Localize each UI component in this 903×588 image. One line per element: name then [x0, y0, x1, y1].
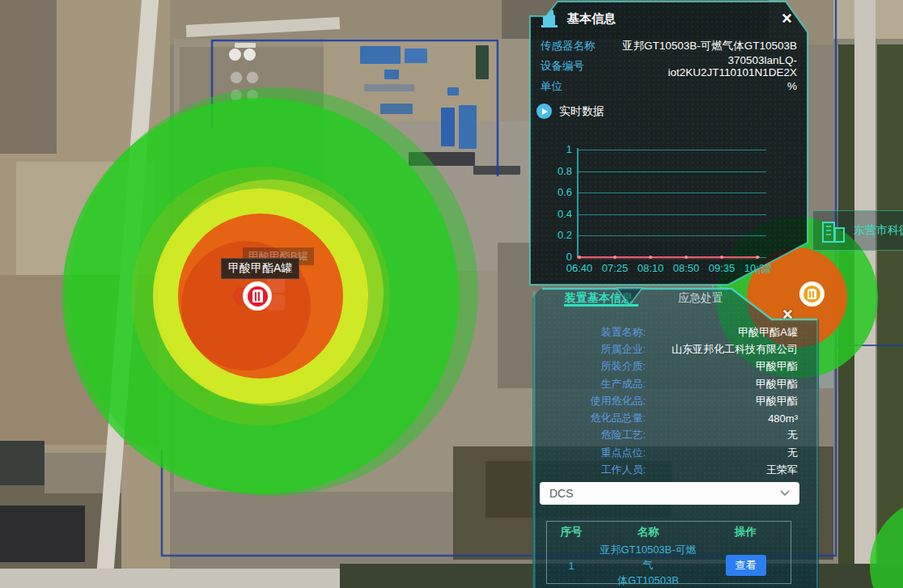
gridline: [577, 235, 766, 236]
satellite-map[interactable]: 甲酸甲酯B罐 甲酸甲酯A罐 甲醇储罐 东营市科德化: [0, 0, 903, 588]
row-number: 1: [547, 560, 596, 572]
device-field-row: 工作人员:王荣军: [532, 461, 808, 478]
row-actions: 查看: [701, 555, 791, 576]
x-axis-tick-label: 08:10: [632, 262, 669, 274]
tank-right-marker-icon[interactable]: [799, 281, 825, 307]
field-label: 所装介质:: [542, 359, 646, 374]
field-value: 亚邦GT10503B-可燃气体GT10503B: [618, 39, 797, 53]
field-value: 370503lanLQ-iot2KU2JT110101N1DE2X: [618, 54, 797, 78]
series-point: [613, 256, 617, 259]
field-label: 重点点位:: [542, 446, 646, 460]
dcs-dropdown[interactable]: DCS: [540, 482, 799, 505]
device-info-panel: 装置基本信息应急处置 装置名称:甲酸甲酯A罐所属企业:山东亚邦化工科技有限公司所…: [532, 286, 819, 588]
field-value: 甲酸甲酯: [646, 394, 798, 408]
field-value: 王荣军: [646, 463, 798, 477]
sensor-name: 亚邦GT10503B-可燃气体GT10503B: [596, 543, 701, 588]
y-axis-tick-label: 0.8: [545, 165, 572, 177]
series-point: [578, 256, 581, 259]
device-field-row: 重点点位:无: [532, 444, 808, 461]
device-field-row: 装置名称:甲酸甲酯A罐: [532, 324, 808, 341]
field-value: 甲酸甲酯: [646, 377, 798, 391]
x-axis-tick-label: 09:35: [703, 262, 740, 274]
y-axis-tick-label: 0.4: [545, 208, 572, 220]
basic-info-panel: 基本信息 传感器名称亚邦GT10503B-可燃气体GT10503B设备编号370…: [530, 0, 808, 285]
y-axis-tick-label: 0: [545, 251, 572, 263]
basic-info-header: 基本信息: [540, 8, 616, 29]
series-point: [685, 256, 688, 259]
device-field-row: 危险工艺:无: [532, 427, 808, 444]
field-label: 单位: [541, 79, 618, 94]
device-field-row: 生产成品:甲酸甲酯: [532, 375, 808, 392]
series-point: [649, 256, 652, 259]
field-label: 传感器名称: [541, 39, 618, 53]
device-field-row: 危化品总量:480m³: [532, 409, 808, 426]
device-info-close-icon[interactable]: ×: [782, 307, 793, 322]
device-field-row: 所属企业:山东亚邦化工科技有限公司: [532, 341, 808, 357]
dcs-dropdown-value: DCS: [549, 487, 574, 500]
field-label: 危险工艺:: [542, 428, 646, 442]
panel-title: 基本信息: [567, 11, 616, 27]
field-label: 所属企业:: [542, 342, 646, 357]
field-label: 生产成品:: [542, 377, 646, 391]
y-axis-line: [577, 148, 579, 257]
tab-device-info[interactable]: 装置基本信息: [565, 291, 633, 306]
field-value: %: [618, 80, 797, 92]
gridline: [577, 214, 766, 215]
field-value: 480m³: [646, 412, 798, 425]
device-field-row: 所装介质:甲酸甲酯: [532, 358, 808, 375]
tank-glyph-icon: [252, 290, 263, 302]
realtime-title: 实时数据: [559, 104, 604, 119]
x-axis-tick-label: 06:40: [561, 262, 598, 274]
column-header: 名称: [596, 524, 701, 540]
view-button[interactable]: 查看: [726, 555, 766, 576]
field-label: 装置名称:: [542, 325, 646, 340]
company-label-text: 东营市科德化: [854, 223, 903, 238]
series-point: [756, 256, 759, 259]
realtime-data-header: 实时数据: [536, 104, 604, 119]
x-axis-tick-label: 08:50: [668, 262, 705, 274]
column-header: 序号: [547, 525, 596, 539]
field-value: 甲酸甲酯: [646, 359, 798, 374]
field-label: 工作人员:: [542, 463, 646, 477]
sensor-table: 序号名称操作 1亚邦GT10503B-可燃气体GT10503B查看: [546, 521, 791, 584]
y-axis-tick-label: 0.2: [545, 229, 572, 241]
field-value: 甲酸甲酯A罐: [646, 325, 798, 340]
chevron-down-icon: [780, 490, 790, 497]
basic-info-close-icon[interactable]: ×: [782, 11, 792, 26]
basic-info-fields: 传感器名称亚邦GT10503B-可燃气体GT10503B设备编号370503la…: [530, 36, 808, 96]
building-icon: [820, 216, 847, 245]
gridline: [577, 150, 766, 150]
device-info-fields: 装置名称:甲酸甲酯A罐所属企业:山东亚邦化工科技有限公司所装介质:甲酸甲酯生产成…: [532, 324, 808, 479]
y-axis-tick-label: 0.6: [545, 186, 572, 198]
table-row: 1亚邦GT10503B-可燃气体GT10503B查看: [547, 543, 791, 588]
tank-glyph-icon: [808, 289, 816, 299]
tab-emergency[interactable]: 应急处置: [678, 291, 723, 306]
company-map-label[interactable]: 东营市科德化: [812, 210, 903, 251]
column-header: 操作: [701, 525, 791, 539]
info-field-row: 单位%: [530, 76, 808, 96]
field-label: 危化品总量:: [542, 411, 646, 425]
field-label: 设备编号: [541, 59, 618, 74]
realtime-line-chart: 00.20.40.60.8106:4007:2508:1008:5009:351…: [530, 129, 808, 279]
series-point: [720, 256, 723, 259]
y-axis-tick-label: 1: [545, 143, 572, 155]
sensor-table-body: 1亚邦GT10503B-可燃气体GT10503B查看: [547, 543, 791, 588]
field-value: 无: [646, 428, 798, 442]
tank-a-label: 甲酸甲酯A罐: [221, 258, 299, 279]
device-field-row: 使用危化品:甲酸甲酯: [532, 392, 808, 409]
tank-a-marker-icon[interactable]: [243, 281, 272, 311]
sensor-table-header: 序号名称操作: [547, 522, 791, 543]
info-field-row: 设备编号370503lanLQ-iot2KU2JT110101N1DE2X: [530, 56, 808, 76]
field-value: 山东亚邦化工科技有限公司: [646, 342, 798, 357]
field-value: 无: [646, 446, 798, 460]
gridline: [577, 171, 766, 172]
info-field-row: 传感器名称亚邦GT10503B-可燃气体GT10503B: [530, 36, 808, 56]
gridline: [577, 192, 766, 193]
x-axis-tick-label: 07:25: [596, 262, 634, 274]
field-label: 使用危化品:: [542, 394, 646, 408]
play-icon: [536, 104, 552, 119]
series-line: [577, 256, 760, 258]
